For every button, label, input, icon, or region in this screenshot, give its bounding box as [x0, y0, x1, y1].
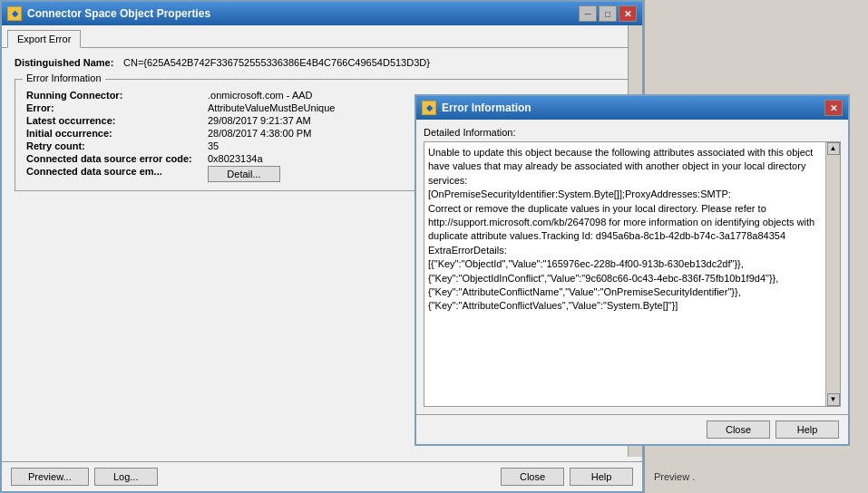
error-text-area: Unable to update this object because the…	[424, 141, 841, 407]
error-close-button[interactable]: Close	[707, 420, 770, 439]
field-label: Initial occurrence:	[23, 127, 204, 140]
scroll-up-arrow[interactable]: ▲	[827, 142, 840, 155]
dn-value: CN={625A542B742F336752555336386E4B4C766C…	[123, 57, 430, 68]
error-title-bar: ◆ Error Information ✕	[416, 96, 848, 120]
main-help-button[interactable]: Help	[570, 468, 633, 486]
error-dialog-icon: ◆	[422, 101, 436, 115]
group-box-title: Error Information	[23, 72, 105, 83]
bottom-bar: Preview... Log... Close Help	[2, 461, 642, 491]
title-bar-left: ◆ Connector Space Object Properties	[7, 6, 210, 21]
field-label: Error:	[23, 102, 204, 114]
error-title-buttons: ✕	[824, 100, 843, 116]
error-close-x-button[interactable]: ✕	[824, 100, 843, 116]
scroll-thumb-area	[826, 155, 840, 393]
error-dialog: ◆ Error Information ✕ Detailed Informati…	[414, 94, 850, 446]
bottom-left-buttons: Preview... Log...	[11, 468, 158, 486]
maximize-button[interactable]: □	[599, 5, 617, 22]
main-title-bar: ◆ Connector Space Object Properties ─ □ …	[2, 2, 642, 25]
minimize-button[interactable]: ─	[579, 5, 597, 22]
preview-label: Preview .	[654, 471, 695, 482]
error-bottom-bar: Close Help	[416, 414, 848, 444]
dn-label: Distinguished Name:	[15, 57, 123, 68]
detail-button[interactable]: Detail...	[208, 166, 280, 182]
field-label: Retry count:	[23, 140, 204, 152]
error-content: Detailed Information: Unable to update t…	[416, 120, 848, 414]
bottom-right-buttons: Close Help	[501, 468, 633, 486]
error-help-button[interactable]: Help	[775, 420, 839, 439]
log-button[interactable]: Log...	[94, 468, 158, 486]
dn-row: Distinguished Name: CN={625A542B742F3367…	[15, 57, 629, 68]
scroll-down-arrow[interactable]: ▼	[827, 393, 840, 406]
preview-button[interactable]: Preview...	[11, 468, 89, 486]
field-label: Connected data source error code:	[23, 152, 204, 165]
detailed-info-label: Detailed Information:	[424, 127, 841, 138]
main-window-icon: ◆	[7, 6, 22, 21]
close-window-button[interactable]: ✕	[619, 5, 637, 22]
main-close-button[interactable]: Close	[501, 468, 564, 486]
tab-export-error[interactable]: Export Error	[7, 30, 81, 48]
field-label: Latest occurrence:	[23, 114, 204, 127]
error-scrollbar: ▲ ▼	[825, 142, 840, 406]
title-bar-buttons: ─ □ ✕	[579, 5, 637, 22]
error-dialog-title: Error Information	[442, 102, 532, 114]
tab-bar: Export Error	[2, 25, 642, 48]
field-label: Running Connector:	[23, 89, 204, 102]
field-label: Connected data source em...	[23, 165, 204, 183]
error-title-left: ◆ Error Information	[422, 101, 532, 115]
error-text-content: Unable to update this object because the…	[428, 146, 824, 314]
main-window-title: Connector Space Object Properties	[27, 7, 210, 20]
